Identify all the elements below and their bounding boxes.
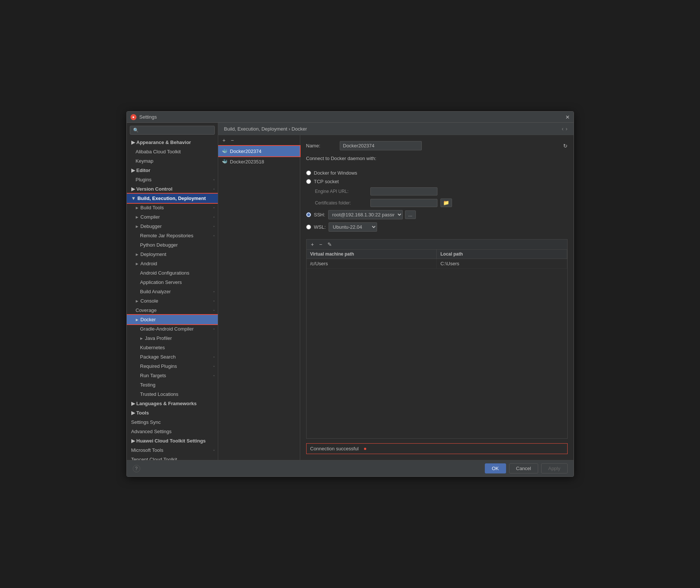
forward-button[interactable]: › — [566, 126, 568, 132]
sidebar-item-coverage[interactable]: Coverage — [127, 306, 218, 315]
wsl-dropdown[interactable]: Ubuntu-22.04 — [329, 222, 377, 232]
sidebar-item-testing[interactable]: Testing — [127, 380, 218, 390]
folder-button[interactable]: 📁 — [440, 198, 452, 207]
sidebar-item-console[interactable]: ▶ Console — [127, 296, 218, 306]
sidebar-item-tools[interactable]: ▶ Tools — [127, 408, 218, 417]
tcp-certs-input[interactable] — [370, 199, 437, 207]
sidebar-item-microsoft[interactable]: Microsoft Tools — [127, 445, 218, 455]
sidebar-item-editor[interactable]: ▶ Editor — [127, 166, 218, 175]
sidebar-item-settings-sync[interactable]: Settings Sync — [127, 417, 218, 427]
chevron-right-icon-dbg: ▶ — [136, 225, 138, 228]
chevron-right-icon-android: ▶ — [136, 262, 138, 266]
sidebar-items: ▶ Appearance & Behavior Alibaba Cloud To… — [127, 138, 218, 460]
search-input[interactable] — [140, 128, 211, 133]
docker-list-item-1[interactable]: 🐳 Docker202374 — [218, 146, 300, 156]
breadcrumb: Build, Execution, Deployment › Docker ‹ … — [218, 123, 574, 135]
sidebar-item-python-debugger[interactable]: Python Debugger — [127, 240, 218, 250]
path-cell-vm-1: /c/Users — [307, 259, 437, 268]
search-box[interactable]: 🔍 — [130, 126, 215, 135]
paths-toolbar: + − ✎ — [307, 240, 567, 250]
paths-header-local: Local path — [437, 250, 567, 259]
sidebar-item-java-profiler[interactable]: ▶ Java Profiler — [127, 334, 218, 343]
add-path-button[interactable]: + — [310, 241, 316, 248]
ok-button[interactable]: OK — [485, 463, 506, 473]
paths-section: + − ✎ Virtual machine path Local path /c… — [306, 239, 568, 439]
chevron-right-icon-docker: ▶ — [136, 318, 138, 322]
path-cell-local-1: C:\Users — [437, 259, 567, 268]
sidebar-item-docker[interactable]: ▶ Docker — [127, 315, 218, 324]
sidebar-item-languages[interactable]: ▶ Languages & Frameworks — [127, 399, 218, 408]
breadcrumb-nav: ‹ › — [562, 126, 567, 132]
sidebar-item-build-analyzer[interactable]: Build Analyzer — [127, 287, 218, 296]
sidebar-item-tencent[interactable]: Tencent Cloud Toolkit — [127, 455, 218, 460]
sidebar-item-compiler[interactable]: ▶ Compiler — [127, 212, 218, 222]
sidebar-item-keymap[interactable]: Keymap — [127, 156, 218, 166]
titlebar-title: Settings — [139, 114, 157, 120]
search-icon: 🔍 — [133, 128, 139, 133]
docker-list-toolbar: + − — [218, 135, 300, 146]
chevron-right-icon-comp: ▶ — [136, 215, 138, 219]
content-area: 🔍 ▶ Appearance & Behavior Alibaba Cloud … — [127, 123, 574, 460]
docker-list-item-2[interactable]: 🐳 Docker2023518 — [218, 156, 300, 167]
connection-status: Connection successful — [306, 443, 568, 454]
paths-header: Virtual machine path Local path — [307, 250, 567, 259]
sidebar-item-remote-jar[interactable]: Remote Jar Repositories — [127, 231, 218, 240]
path-row-1[interactable]: /c/Users C:\Users — [307, 259, 567, 269]
refresh-button[interactable]: ↻ — [563, 143, 568, 149]
tcp-sub-form: Engine API URL: Certificates folder: 📁 — [315, 187, 568, 207]
main-panel: Build, Execution, Deployment › Docker ‹ … — [218, 123, 574, 460]
sidebar-item-plugins[interactable]: Plugins — [127, 175, 218, 184]
tcp-engine-input[interactable] — [370, 187, 437, 196]
sidebar-item-appearance[interactable]: ▶ Appearance & Behavior — [127, 138, 218, 147]
tcp-engine-label: Engine API URL: — [315, 189, 367, 194]
ssh-more-button[interactable]: ... — [405, 210, 416, 219]
sidebar-item-alibaba[interactable]: Alibaba Cloud Toolkit — [127, 147, 218, 156]
close-button[interactable]: ✕ — [565, 114, 570, 120]
remove-docker-button[interactable]: − — [229, 137, 235, 144]
sidebar-item-huawei[interactable]: ▶ Huawei Cloud Toolkit Settings — [127, 436, 218, 445]
add-docker-button[interactable]: + — [221, 137, 227, 144]
sidebar-item-build-exec-deploy[interactable]: ▼ Build, Execution, Deployment — [127, 194, 218, 203]
chevron-right-icon-bt: ▶ — [136, 206, 138, 210]
edit-path-button[interactable]: ✎ — [326, 241, 333, 248]
sidebar-item-gradle-android[interactable]: Gradle-Android Compiler — [127, 324, 218, 334]
remove-path-button[interactable]: − — [318, 241, 324, 248]
status-dot — [364, 448, 366, 450]
cancel-button[interactable]: Cancel — [509, 463, 538, 473]
sidebar-item-required-plugins[interactable]: Required Plugins — [127, 362, 218, 371]
radio-wsl-input[interactable] — [306, 225, 311, 229]
apply-button[interactable]: Apply — [541, 463, 568, 473]
help-button-area[interactable]: ? — [133, 465, 140, 472]
radio-docker-windows-label: Docker for Windows — [314, 170, 357, 176]
chevron-right-icon: ▶ — [131, 140, 135, 145]
sidebar-item-package-search[interactable]: Package Search — [127, 352, 218, 362]
center-area: + − 🐳 Docker202374 🐳 Docker2023518 — [218, 135, 574, 460]
radio-ssh-input[interactable] — [306, 212, 311, 217]
radio-tcp-socket-input[interactable] — [306, 179, 311, 184]
sidebar-item-run-targets[interactable]: Run Targets — [127, 371, 218, 380]
sidebar-item-advanced-settings[interactable]: Advanced Settings — [127, 427, 218, 436]
sidebar-item-app-servers[interactable]: Application Servers — [127, 278, 218, 287]
sidebar-item-version-control[interactable]: ▶ Version Control — [127, 184, 218, 194]
tcp-engine-row: Engine API URL: — [315, 187, 568, 196]
sidebar-item-deployment[interactable]: ▶ Deployment — [127, 250, 218, 259]
chevron-right-icon-vc: ▶ — [131, 186, 135, 192]
tcp-certs-label: Certificates folder: — [315, 200, 367, 206]
sidebar-item-kubernetes[interactable]: Kubernetes — [127, 343, 218, 352]
settings-window: ● Settings ✕ 🔍 ▶ Appearance & Behavior A… — [126, 111, 574, 477]
sidebar-item-trusted-locations[interactable]: Trusted Locations — [127, 390, 218, 399]
radio-docker-windows-input[interactable] — [306, 171, 311, 175]
radio-group: Docker for Windows TCP socket Engine API… — [306, 170, 568, 232]
help-icon[interactable]: ? — [133, 465, 140, 472]
ssh-dropdown[interactable]: root@192.168.1.30:22 password — [328, 210, 403, 219]
radio-wsl-label: WSL: — [314, 224, 326, 230]
sidebar-item-build-tools[interactable]: ▶ Build Tools — [127, 203, 218, 212]
breadcrumb-path: Build, Execution, Deployment › Docker — [224, 126, 307, 132]
sidebar-item-android-config[interactable]: Android Configurations — [127, 268, 218, 278]
radio-ssh-label: SSH: — [314, 212, 325, 218]
back-button[interactable]: ‹ — [562, 126, 564, 132]
name-input[interactable] — [340, 141, 422, 150]
sidebar-item-debugger[interactable]: ▶ Debugger — [127, 222, 218, 231]
chevron-right-icon-jp: ▶ — [140, 337, 143, 340]
sidebar-item-android[interactable]: ▶ Android — [127, 259, 218, 268]
